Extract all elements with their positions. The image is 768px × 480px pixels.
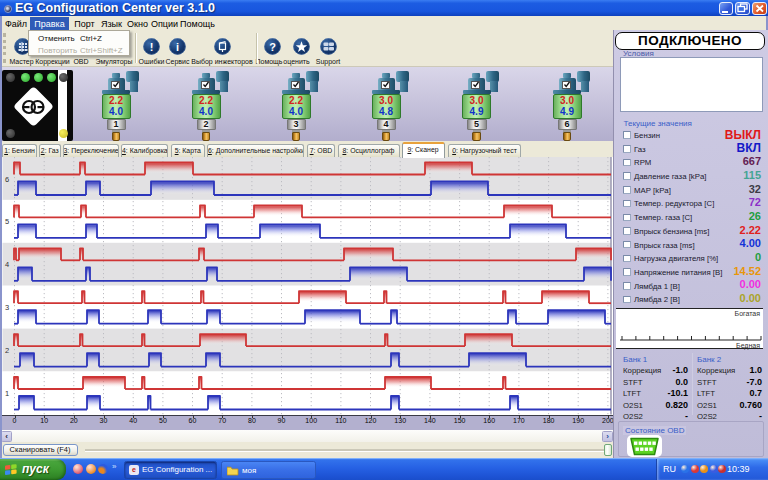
svg-text:5: 5 [5,217,9,226]
svg-text:?: ? [269,41,276,53]
svg-text:6: 6 [5,175,9,184]
svg-text:i: i [175,41,178,53]
svg-text:1: 1 [5,389,9,398]
svg-text:!: ! [150,41,154,53]
svg-text:2: 2 [5,346,9,355]
svg-text:3: 3 [5,303,9,312]
svg-text:4: 4 [5,260,9,269]
